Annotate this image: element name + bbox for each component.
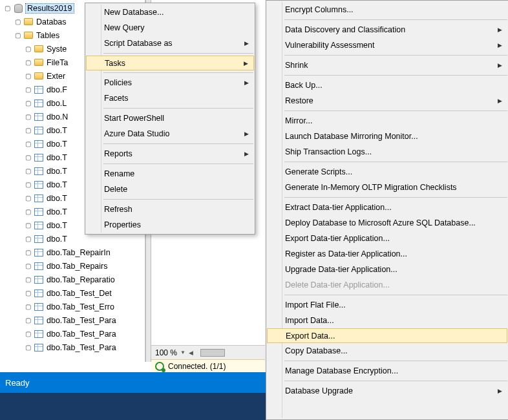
menu-refresh[interactable]: Refresh <box>86 202 254 217</box>
submenu-arrow-icon: ▶ <box>498 98 502 104</box>
menu-facets[interactable]: Facets <box>86 90 254 106</box>
menu-deploy-azure[interactable]: Deploy Database to Microsoft Azure SQL D… <box>267 215 507 231</box>
expand-icon[interactable]: ▢ <box>25 289 32 297</box>
menu-rename[interactable]: Rename <box>86 166 254 182</box>
context-menu-database[interactable]: New Database... New Query Script Databas… <box>85 3 255 235</box>
menu-tasks[interactable]: Tasks▶ <box>86 56 254 70</box>
menu-properties[interactable]: Properties <box>86 217 254 233</box>
expand-icon[interactable]: ▢ <box>25 222 32 229</box>
menu-vulnerability-assessment[interactable]: Vulnerability Assessment▶ <box>267 37 507 53</box>
menu-export-data[interactable]: Export Data... <box>267 328 507 343</box>
tree-node-table[interactable]: ▢dbo.Tab_RepairIn <box>0 246 145 259</box>
menu-separator <box>284 361 507 361</box>
collapse-icon[interactable]: ▢ <box>14 32 21 39</box>
expand-icon[interactable]: ▢ <box>25 100 32 107</box>
menu-import-data[interactable]: Import Data... <box>267 313 507 328</box>
scroll-left-icon[interactable]: ◀ <box>189 350 193 356</box>
table-label: dbo.Tab_Test_Det <box>47 289 112 298</box>
submenu-arrow-icon: ▶ <box>244 40 249 47</box>
folder-icon <box>23 30 34 41</box>
table-label: dbo.Tab_RepairIn <box>47 248 111 257</box>
table-label: dbo.Tab_Test_Erro <box>47 302 114 311</box>
expand-icon[interactable]: ▢ <box>25 208 32 215</box>
menu-encrypt-columns[interactable]: Encrypt Columns... <box>267 2 507 17</box>
expand-icon[interactable]: ▢ <box>25 194 32 202</box>
menu-ship-transaction-logs[interactable]: Ship Transaction Logs... <box>267 144 507 160</box>
expand-icon[interactable]: ▢ <box>25 167 32 174</box>
menu-extract-dac[interactable]: Extract Data-tier Application... <box>267 200 507 215</box>
tree-node-table[interactable]: ▢dbo.Tab_Reparatio <box>0 273 145 286</box>
table-label: dbo.Tab_Test_Para <box>47 330 116 339</box>
horizontal-scrollbar-thumb[interactable] <box>200 349 225 357</box>
menu-separator <box>103 143 253 144</box>
expand-icon[interactable]: ▢ <box>25 262 32 269</box>
tree-node-table[interactable]: ▢dbo.Tab_Test_Erro <box>0 300 145 313</box>
db-name-label: Results2019 <box>26 4 74 13</box>
zoom-value[interactable]: 100 % <box>155 348 177 357</box>
menu-back-up[interactable]: Back Up... <box>267 78 507 93</box>
menu-restore[interactable]: Restore▶ <box>267 93 507 109</box>
menu-mirror[interactable]: Mirror... <box>267 113 507 129</box>
expand-icon[interactable]: ▢ <box>25 72 32 79</box>
tree-node-table[interactable]: ▢dbo.Tab_Test_Para <box>0 341 145 354</box>
expand-icon[interactable]: ▢ <box>25 276 32 283</box>
menu-copy-database[interactable]: Copy Database... <box>267 343 507 359</box>
menu-generate-scripts[interactable]: Generate Scripts... <box>267 164 507 180</box>
menu-new-database[interactable]: New Database... <box>86 5 254 20</box>
expand-icon[interactable]: ▢ <box>25 235 32 242</box>
connection-text: Connected. (1/1) <box>168 362 226 371</box>
menu-reports[interactable]: Reports▶ <box>86 146 254 162</box>
table-icon <box>34 180 44 190</box>
table-label: dbo.Tab_Test_Para <box>47 316 116 325</box>
menu-script-database-as[interactable]: Script Database as▶ <box>86 36 254 51</box>
expand-icon[interactable]: ▢ <box>25 303 32 310</box>
table-icon <box>34 329 44 339</box>
menu-separator <box>103 108 253 109</box>
expand-icon[interactable]: ▢ <box>25 249 32 256</box>
expand-icon[interactable]: ▢ <box>25 45 32 52</box>
tree-node-table[interactable]: ▢dbo.Tab_Test_Para <box>0 327 145 341</box>
table-icon <box>34 247 44 258</box>
menu-export-dac[interactable]: Export Data-tier Application... <box>267 231 507 246</box>
menu-separator <box>103 72 253 73</box>
expand-icon[interactable]: ▢ <box>25 113 32 120</box>
tree-node-table[interactable]: ▢dbo.Tab_Repairs <box>0 259 145 273</box>
menu-start-powershell[interactable]: Start PowerShell <box>86 110 254 126</box>
connection-status-bar: Connected. (1/1) <box>151 359 265 372</box>
expand-icon[interactable]: ▢ <box>25 127 32 134</box>
menu-separator <box>103 53 253 54</box>
menu-azure-data-studio[interactable]: Azure Data Studio▶ <box>86 126 254 142</box>
folder-icon <box>23 17 34 27</box>
menu-separator <box>284 162 507 162</box>
menu-data-discovery[interactable]: Data Discovery and Classification▶ <box>267 22 507 37</box>
expand-icon[interactable]: ▢ <box>25 181 32 188</box>
expand-icon[interactable]: ▢ <box>25 317 32 324</box>
table-icon <box>34 98 44 109</box>
menu-delete[interactable]: Delete <box>86 182 254 197</box>
folder-label: Syste <box>47 45 67 54</box>
menu-import-flat-file[interactable]: Import Flat File... <box>267 297 507 313</box>
expand-icon[interactable]: ▢ <box>25 344 32 351</box>
dropdown-icon[interactable]: ▼ <box>180 350 185 355</box>
expand-icon[interactable]: ▢ <box>25 330 32 337</box>
submenu-tasks[interactable]: Encrypt Columns... Data Discovery and Cl… <box>266 0 508 420</box>
expand-icon[interactable]: ▢ <box>25 86 32 93</box>
tree-node-table[interactable]: ▢dbo.Tab_Test_Para <box>0 313 145 327</box>
menu-register-dac[interactable]: Register as Data-tier Application... <box>267 246 507 262</box>
menu-launch-mirror-monitor[interactable]: Launch Database Mirroring Monitor... <box>267 129 507 144</box>
collapse-icon[interactable]: ▢ <box>4 5 11 12</box>
expand-icon[interactable]: ▢ <box>25 140 32 147</box>
menu-upgrade-dac[interactable]: Upgrade Data-tier Application... <box>267 262 507 277</box>
menu-shrink[interactable]: Shrink▶ <box>267 58 507 73</box>
submenu-arrow-icon: ▶ <box>498 42 502 48</box>
expand-icon[interactable]: ▢ <box>14 18 21 25</box>
menu-database-upgrade[interactable]: Database Upgrade▶ <box>267 383 507 399</box>
expand-icon[interactable]: ▢ <box>25 154 32 161</box>
menu-new-query[interactable]: New Query <box>86 20 254 36</box>
expand-icon[interactable]: ▢ <box>25 59 32 66</box>
tree-node-table[interactable]: ▢dbo.Tab_Test_Det <box>0 286 145 300</box>
menu-policies[interactable]: Policies▶ <box>86 75 254 90</box>
menu-manage-encryption[interactable]: Manage Database Encryption... <box>267 363 507 379</box>
menu-generate-oltp[interactable]: Generate In-Memory OLTP Migration Checkl… <box>267 180 507 195</box>
folder-label: Databas <box>36 17 67 26</box>
